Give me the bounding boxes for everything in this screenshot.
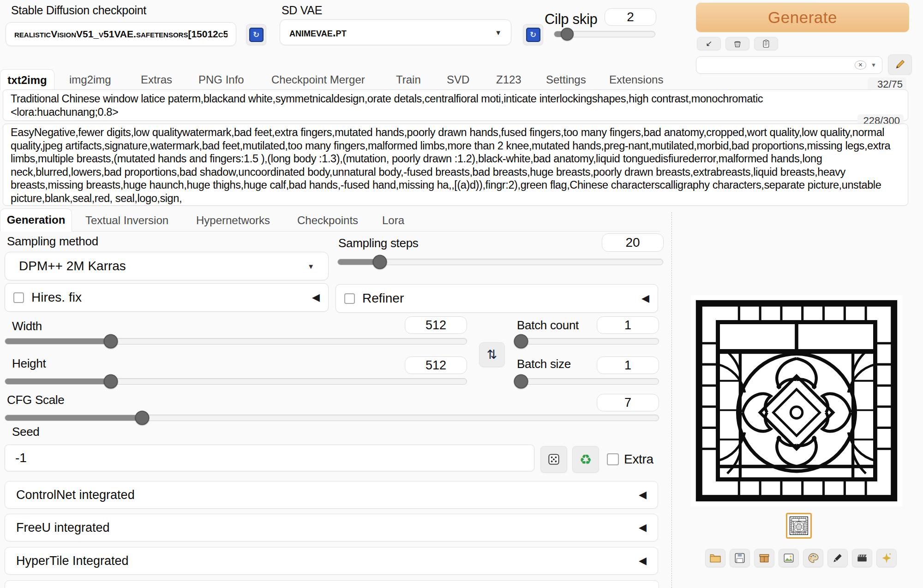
tab-extras[interactable]: Extras [141, 69, 172, 90]
clip-skip-slider[interactable] [554, 30, 655, 38]
collapse-left-icon: ◀ [639, 489, 647, 501]
restore-faces-button[interactable] [876, 549, 897, 567]
extra-seed-checkbox[interactable] [607, 453, 619, 465]
cfg-scale-slider[interactable] [5, 414, 659, 422]
reuse-seed-button[interactable]: ♻ [572, 446, 599, 473]
batch-count-value[interactable]: 1 [597, 316, 659, 334]
hypertile-accordion[interactable]: HyperTile Integrated ◀ [5, 547, 658, 575]
freeu-label: FreeU integrated [16, 521, 110, 535]
height-slider[interactable] [5, 378, 467, 385]
slider-fill [5, 415, 143, 421]
subtab-textual-inversion[interactable]: Textual Inversion [85, 210, 168, 231]
swap-dimensions-button[interactable]: ⇅ [479, 342, 505, 367]
sampling-steps-slider[interactable] [337, 258, 663, 266]
batch-size-slider-thumb[interactable] [514, 374, 528, 389]
batch-count-label: Batch count [517, 318, 579, 333]
tab-train[interactable]: Train [396, 69, 421, 90]
clip-skip-value[interactable]: 2 [605, 8, 656, 26]
negative-prompt-textarea[interactable]: EasyNegative,fewer digits,low qualitywat… [3, 124, 908, 206]
save-zip-button[interactable] [754, 549, 774, 567]
clip-skip-label: Cilp skip [545, 11, 597, 28]
height-slider-thumb[interactable] [104, 374, 118, 389]
clip-skip-slider-thumb[interactable] [561, 28, 574, 41]
subtab-lora[interactable]: Lora [382, 210, 404, 231]
seed-input[interactable]: -1 [5, 445, 534, 471]
height-value[interactable]: 512 [405, 356, 467, 374]
controlnet-accordion[interactable]: ControlNet integrated ◀ [5, 481, 658, 509]
sampling-steps-label: Sampling steps [338, 236, 419, 250]
send-to-inpaint-button[interactable] [803, 549, 823, 567]
stable-diffusion-webui: Stable Diffusion checkpoint realisticVis… [0, 0, 923, 588]
paste-button[interactable] [754, 37, 778, 50]
send-to-extras-button[interactable] [827, 549, 848, 567]
vae-refresh-button[interactable]: ↻ [523, 24, 543, 45]
tab-svd[interactable]: SVD [447, 69, 469, 90]
clear-prompt-button[interactable] [725, 37, 749, 50]
subtab-checkpoints[interactable]: Checkpoints [297, 210, 358, 231]
tab-png-info[interactable]: PNG Info [198, 69, 244, 90]
chevron-down-icon[interactable]: ▼ [871, 62, 876, 68]
batch-count-slider[interactable] [517, 338, 659, 345]
cfg-scale-value[interactable]: 7 [597, 394, 659, 411]
tab-extensions[interactable]: Extensions [609, 69, 663, 90]
zip-icon [758, 552, 770, 564]
save-image-button[interactable] [730, 549, 750, 567]
sampling-method-dropdown[interactable]: DPM++ 2M Karras ▼ [5, 252, 329, 280]
vae-value: animevae.pt [289, 26, 495, 39]
refiner-panel[interactable]: Refiner ◀ [336, 284, 658, 313]
tab-z123[interactable]: Z123 [496, 69, 521, 90]
batch-size-slider[interactable] [517, 378, 659, 385]
checkpoint-dropdown[interactable]: realisticVisionV51_v51VAE.safetensors[15… [6, 22, 236, 46]
subtab-hypernetworks[interactable]: Hypernetworks [196, 210, 270, 231]
partial-accordion[interactable] [5, 580, 659, 588]
seed-value: -1 [15, 451, 27, 465]
lattice-thumbnail [789, 516, 809, 535]
width-slider-thumb[interactable] [104, 334, 118, 349]
collapse-left-icon[interactable]: ◀ [312, 291, 320, 303]
chevron-down-icon: ▼ [495, 29, 502, 36]
freeu-accordion[interactable]: FreeU integrated ◀ [5, 514, 658, 541]
tab-settings[interactable]: Settings [546, 69, 586, 90]
tab-checkpoint-merger[interactable]: Checkpoint Merger [271, 69, 365, 90]
edit-styles-button[interactable] [888, 54, 912, 75]
checkpoint-refresh-button[interactable]: ↻ [246, 24, 266, 45]
cfg-scale-slider-thumb[interactable] [135, 411, 149, 425]
vae-dropdown[interactable]: animevae.pt ▼ [280, 19, 511, 45]
style-select-input[interactable]: × ▼ [696, 56, 882, 74]
sampling-steps-slider-thumb[interactable] [372, 255, 387, 269]
open-folder-button[interactable] [705, 549, 725, 567]
arrow-down-left-icon: ↙ [706, 39, 712, 48]
send-to-svd-button[interactable] [852, 549, 872, 567]
generated-image-preview[interactable] [691, 295, 902, 506]
swap-icon: ⇅ [487, 347, 497, 362]
vae-label: SD VAE [282, 4, 322, 17]
subtab-generation[interactable]: Generation [0, 208, 72, 232]
send-to-img2img-button[interactable] [779, 549, 799, 567]
clear-icon[interactable]: × [855, 60, 866, 70]
refiner-checkbox[interactable] [344, 293, 355, 304]
slider-fill [5, 339, 111, 344]
hires-fix-checkbox[interactable] [13, 292, 24, 303]
tab-img2img[interactable]: img2img [69, 69, 111, 90]
batch-size-value[interactable]: 1 [597, 356, 659, 374]
refiner-label: Refiner [362, 291, 641, 306]
chevron-down-icon: ▼ [307, 262, 314, 270]
random-seed-button[interactable] [540, 446, 567, 473]
width-slider[interactable] [5, 338, 467, 345]
width-label: Width [12, 319, 42, 333]
gallery-thumbnail[interactable] [786, 513, 812, 539]
checkpoint-value: realisticVisionV51_v51VAE.safetensors[15… [14, 29, 228, 40]
sampling-steps-value[interactable]: 20 [602, 233, 664, 252]
collapse-left-icon[interactable]: ◀ [641, 292, 649, 304]
tab-txt2img[interactable]: txt2img [0, 69, 54, 90]
column-resize-handle[interactable] [671, 212, 672, 588]
width-value[interactable]: 512 [405, 316, 467, 334]
interrupt-button[interactable]: ↙ [697, 37, 721, 50]
batch-count-slider-thumb[interactable] [514, 334, 528, 349]
subtab-label: Generation [7, 214, 66, 226]
collapse-left-icon: ◀ [639, 522, 647, 534]
slider-track [517, 378, 659, 385]
generate-button[interactable]: Generate [696, 3, 909, 32]
prompt-textarea[interactable]: Traditional Chinese window latice paterm… [3, 89, 908, 121]
hires-fix-panel[interactable]: Hires. fix ◀ [5, 283, 329, 312]
